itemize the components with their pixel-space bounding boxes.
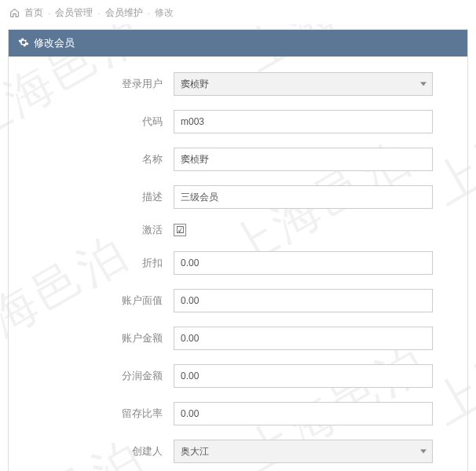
panel-title: 修改会员 <box>34 36 75 50</box>
breadcrumb-l1[interactable]: 会员管理 <box>55 6 93 20</box>
label-balance: 账户金额 <box>24 331 174 345</box>
panel-header: 修改会员 <box>9 30 467 57</box>
label-dividend: 分润金额 <box>24 369 174 383</box>
input-face-value[interactable] <box>174 289 433 312</box>
panel: 修改会员 登录用户 窦桢野 代码 名称 <box>8 29 468 471</box>
label-desc: 描述 <box>24 190 174 204</box>
input-retain-rate[interactable] <box>174 402 433 425</box>
input-name[interactable] <box>174 148 433 171</box>
breadcrumb: 首页 · 会员管理 · 会员维护 · 修改 <box>0 0 476 24</box>
breadcrumb-sep: · <box>48 8 50 19</box>
input-code[interactable] <box>174 110 433 133</box>
checkbox-active[interactable]: ☑ <box>174 224 186 236</box>
breadcrumb-sep: · <box>148 8 150 19</box>
input-dividend[interactable] <box>174 364 433 388</box>
label-code: 代码 <box>24 115 174 129</box>
breadcrumb-home[interactable]: 首页 <box>24 6 43 20</box>
input-discount[interactable] <box>174 251 433 275</box>
label-login-user: 登录用户 <box>24 77 174 91</box>
input-balance[interactable] <box>174 327 433 350</box>
label-name: 名称 <box>24 152 174 166</box>
home-icon <box>9 8 20 18</box>
panel-body: 登录用户 窦桢野 代码 名称 描述 <box>9 57 467 471</box>
select-creator[interactable]: 奥大江 <box>174 440 433 463</box>
input-desc[interactable] <box>174 185 433 209</box>
label-creator: 创建人 <box>24 444 174 458</box>
breadcrumb-l2[interactable]: 会员维护 <box>105 6 143 20</box>
breadcrumb-l3: 修改 <box>155 6 174 20</box>
breadcrumb-sep: · <box>97 8 100 19</box>
label-discount: 折扣 <box>24 256 174 270</box>
label-retain-rate: 留存比率 <box>24 407 174 421</box>
select-login-user[interactable]: 窦桢野 <box>174 72 433 96</box>
gear-icon <box>18 37 29 50</box>
label-face-value: 账户面值 <box>24 294 174 308</box>
label-active: 激活 <box>24 223 174 237</box>
